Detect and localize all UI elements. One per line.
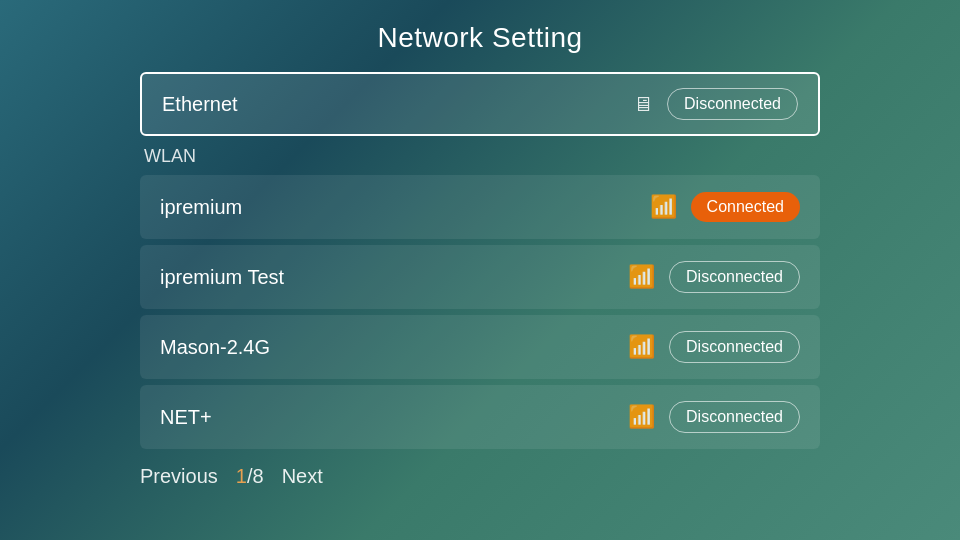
next-button[interactable]: Next [282,465,323,488]
wifi-icon-ipremium: 📶 [650,194,677,220]
ipremium-network-name: ipremium [160,196,242,219]
network-item-right-ethernet: 🖥 Disconnected [633,88,798,120]
network-item-left-net-plus: NET+ [160,406,212,429]
ipremium-test-network-name: ipremium Test [160,266,284,289]
network-item-ethernet[interactable]: Ethernet 🖥 Disconnected [140,72,820,136]
network-item-left-ipremium: ipremium [160,196,242,219]
net-plus-network-name: NET+ [160,406,212,429]
wifi-icon-ipremium-test: 📶 [628,264,655,290]
wifi-icon-mason: 📶 [628,334,655,360]
mason-network-name: Mason-2.4G [160,336,270,359]
pagination-info: 1/8 [236,465,264,488]
mason-status-badge: Disconnected [669,331,800,363]
previous-button[interactable]: Previous [140,465,218,488]
network-item-left-mason: Mason-2.4G [160,336,270,359]
network-item-left-ipremium-test: ipremium Test [160,266,284,289]
pagination: Previous 1/8 Next [140,465,820,488]
network-item-right-mason: 📶 Disconnected [628,331,800,363]
network-item-ipremium[interactable]: ipremium 📶 Connected [140,175,820,239]
wifi-icon-net-plus: 📶 [628,404,655,430]
current-page: 1 [236,465,247,487]
network-item-net-plus[interactable]: NET+ 📶 Disconnected [140,385,820,449]
ipremium-status-badge: Connected [691,192,800,222]
net-plus-status-badge: Disconnected [669,401,800,433]
network-item-ipremium-test[interactable]: ipremium Test 📶 Disconnected [140,245,820,309]
total-pages: 8 [253,465,264,487]
ethernet-icon: 🖥 [633,93,653,116]
network-item-left-ethernet: Ethernet [162,93,238,116]
network-item-right-net-plus: 📶 Disconnected [628,401,800,433]
network-item-right-ipremium-test: 📶 Disconnected [628,261,800,293]
wlan-section-label: WLAN [144,146,820,167]
ethernet-status-badge: Disconnected [667,88,798,120]
network-item-mason[interactable]: Mason-2.4G 📶 Disconnected [140,315,820,379]
ethernet-network-name: Ethernet [162,93,238,116]
network-item-right-ipremium: 📶 Connected [650,192,800,222]
ipremium-test-status-badge: Disconnected [669,261,800,293]
content-area: Ethernet 🖥 Disconnected WLAN ipremium 📶 … [140,72,820,488]
page-title: Network Setting [377,22,582,54]
